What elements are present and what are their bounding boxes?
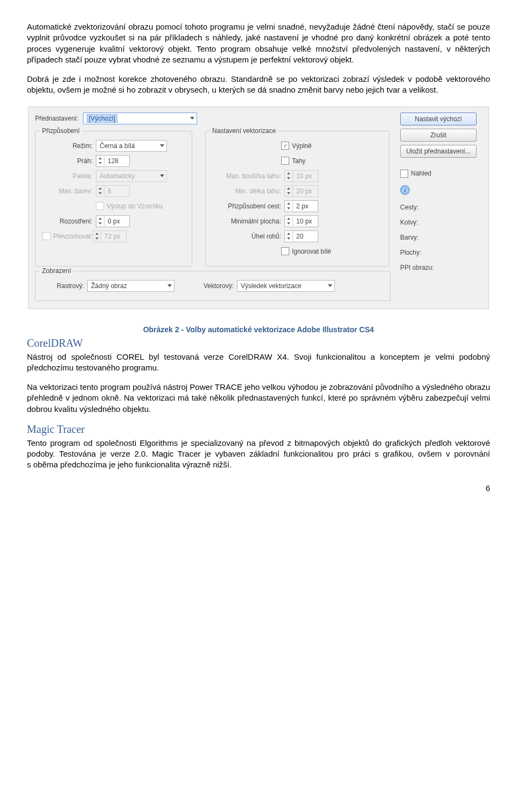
strokes-checkbox[interactable]: Tahy bbox=[281, 157, 305, 165]
ignore-white-checkbox[interactable]: Ignorovat bílé bbox=[281, 247, 331, 255]
max-stroke-spinner: 10 px bbox=[284, 170, 318, 182]
corel-paragraph-2: Na vektorizaci tento program používá nás… bbox=[27, 382, 490, 415]
min-area-label: Minimální plocha: bbox=[211, 218, 284, 225]
min-stroke-spinner: 20 px bbox=[284, 185, 318, 197]
resample-label: Převzorkovat: bbox=[53, 233, 93, 240]
set-default-button[interactable]: Nastavit výchozí bbox=[400, 113, 477, 125]
trace-settings-group: Nastavení vektorizace ✓ Výplně Tahy Max.… bbox=[205, 131, 389, 267]
heading-magic-tracer: Magic Tracer bbox=[27, 423, 490, 436]
raster-value: Žádný obraz bbox=[91, 282, 127, 290]
resample-checkbox: Převzorkovat: bbox=[41, 232, 93, 240]
stat-areas: Plochy: bbox=[400, 249, 421, 256]
checkbox-icon bbox=[96, 202, 104, 210]
min-area-value: 10 px bbox=[293, 218, 318, 225]
save-preset-button[interactable]: Uložit přednastavení... bbox=[400, 145, 477, 158]
resample-spinner: 72 px bbox=[93, 230, 127, 242]
preview-label: Náhled bbox=[411, 170, 431, 177]
maxcolors-value: 6 bbox=[104, 187, 129, 195]
path-fit-value: 2 px bbox=[293, 202, 318, 210]
path-fit-spinner[interactable]: 2 px bbox=[284, 200, 318, 212]
adjust-group-label: Přizpůsobení bbox=[40, 127, 82, 135]
mode-dropdown[interactable]: Černá a bílá bbox=[96, 140, 167, 152]
paragraph-1: Automatické zvektorizování obrazu pomocí… bbox=[27, 22, 490, 65]
heading-coreldraw: CorelDRAW bbox=[27, 337, 490, 349]
ignore-white-label: Ignorovat bílé bbox=[292, 248, 331, 255]
blur-label: Rozostření: bbox=[41, 218, 96, 225]
illustrator-trace-dialog: Přednastavení: [Výchozí] Nastavit výchoz… bbox=[28, 107, 489, 309]
blur-value: 0 px bbox=[104, 218, 129, 225]
mode-value: Černá a bílá bbox=[100, 142, 135, 150]
corner-spinner[interactable]: 20 bbox=[284, 230, 318, 242]
raster-label: Rastrový: bbox=[41, 282, 87, 290]
corel-paragraph-1: Nástroj od společnosti COREL byl testova… bbox=[27, 352, 490, 374]
chevron-down-icon bbox=[167, 284, 172, 287]
max-stroke-value: 10 px bbox=[293, 172, 318, 180]
corner-label: Úhel rohů: bbox=[211, 233, 284, 240]
strokes-label: Tahy bbox=[292, 157, 305, 165]
output-swatch-checkbox: Výstup do Vzorníku bbox=[96, 202, 163, 210]
min-stroke-label: Min. délka tahu: bbox=[211, 187, 284, 195]
threshold-value: 128 bbox=[104, 157, 129, 165]
checkbox-icon bbox=[281, 157, 289, 165]
page-number: 6 bbox=[27, 484, 490, 493]
threshold-label: Práh: bbox=[41, 157, 96, 165]
stat-colors: Barvy: bbox=[400, 234, 418, 241]
stat-paths: Cesty: bbox=[400, 204, 418, 211]
max-stroke-label: Max. tloušťka tahu: bbox=[211, 172, 284, 180]
checkbox-icon bbox=[43, 232, 51, 240]
resample-value: 72 px bbox=[101, 233, 126, 240]
info-icon[interactable]: i bbox=[400, 185, 410, 195]
adjust-group: Přizpůsobení Režim: Černá a bílá Práh: 1… bbox=[35, 131, 192, 267]
cancel-button[interactable]: Zrušit bbox=[400, 129, 477, 142]
stat-anchors: Kotvy: bbox=[400, 219, 418, 226]
chevron-down-icon bbox=[328, 284, 332, 287]
threshold-spinner[interactable]: 128 bbox=[96, 155, 130, 167]
min-area-spinner[interactable]: 10 px bbox=[284, 215, 318, 227]
view-group-label: Zobrazení bbox=[40, 267, 73, 275]
palette-label: Paleta: bbox=[41, 172, 96, 180]
chevron-down-icon bbox=[190, 117, 194, 120]
preset-label: Přednastavení: bbox=[35, 115, 79, 122]
checkbox-icon bbox=[281, 247, 289, 255]
maxcolors-spinner: 6 bbox=[96, 185, 130, 197]
mode-label: Režim: bbox=[41, 142, 96, 150]
maxcolors-label: Max. barev: bbox=[41, 187, 96, 195]
preset-value: [Výchozí] bbox=[87, 114, 117, 123]
path-fit-label: Přizpůsobení cest: bbox=[211, 202, 284, 210]
min-stroke-value: 20 px bbox=[293, 187, 318, 195]
preview-checkbox[interactable]: Náhled bbox=[400, 170, 431, 178]
blur-spinner[interactable]: 0 px bbox=[96, 215, 130, 227]
trace-settings-label: Nastavení vektorizace bbox=[210, 127, 278, 135]
fills-checkbox[interactable]: ✓ Výplně bbox=[281, 142, 312, 150]
stat-ppi: PPI obrazu: bbox=[400, 264, 434, 271]
checkbox-icon bbox=[400, 170, 408, 178]
corner-value: 20 bbox=[293, 233, 318, 240]
output-swatch-label: Výstup do Vzorníku bbox=[107, 202, 163, 210]
magic-paragraph: Tento program od společnosti Elgorithms … bbox=[27, 438, 490, 471]
fills-label: Výplně bbox=[292, 142, 312, 150]
figure-caption: Obrázek 2 - Volby automatické vektorizac… bbox=[27, 325, 490, 334]
paragraph-2: Dobrá je zde i možnost korekce zhotovené… bbox=[27, 74, 490, 96]
preset-dropdown[interactable]: [Výchozí] bbox=[83, 113, 197, 124]
chevron-down-icon bbox=[160, 144, 164, 147]
vector-dropdown[interactable]: Výsledek vektorizace bbox=[237, 280, 335, 292]
vector-label: Vektorový: bbox=[191, 282, 237, 290]
checkbox-icon: ✓ bbox=[281, 142, 289, 150]
view-group: Zobrazení Rastrový: Žádný obraz Vektorov… bbox=[35, 271, 390, 301]
chevron-down-icon bbox=[160, 174, 164, 177]
vector-value: Výsledek vektorizace bbox=[241, 282, 302, 290]
raster-dropdown[interactable]: Žádný obraz bbox=[87, 280, 174, 292]
palette-dropdown: Automaticky bbox=[96, 170, 167, 182]
palette-value: Automaticky bbox=[100, 172, 135, 180]
